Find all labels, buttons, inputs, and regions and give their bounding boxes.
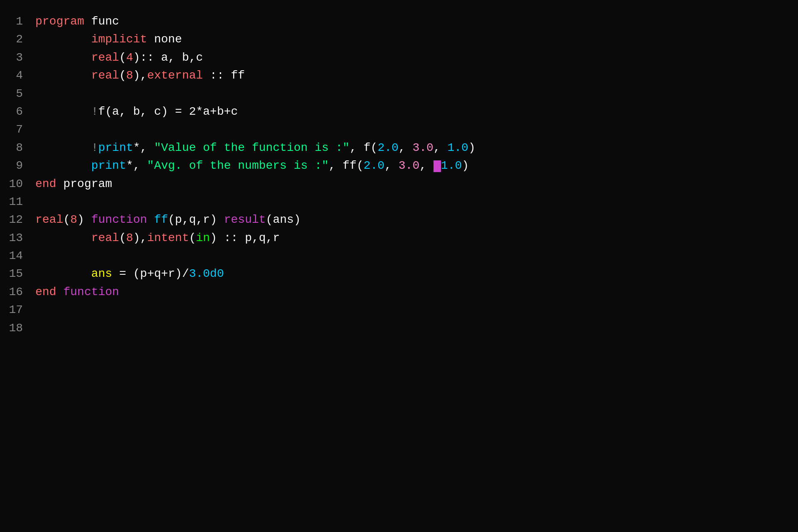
code-line-3: 3 real(4):: a, b,c: [4, 49, 798, 66]
code-line-10: 10 end program: [4, 175, 798, 193]
code-line-2: 2 implicit none: [4, 30, 798, 48]
line-num-15: 15: [4, 265, 23, 283]
line-content-6: !f(a, b, c) = 2*a+b+c: [35, 103, 238, 121]
line-num-17: 17: [4, 301, 23, 319]
line-content-14: [35, 247, 42, 265]
line-num-9: 9: [4, 157, 23, 175]
code-line-9: 9 print*, "Avg. of the numbers is :", ff…: [4, 157, 798, 175]
code-line-6: 6 !f(a, b, c) = 2*a+b+c: [4, 103, 798, 121]
code-line-12: 12 real(8) function ff(p,q,r) result(ans…: [4, 211, 798, 229]
line-content-3: real(4):: a, b,c: [35, 49, 203, 66]
line-num-18: 18: [4, 319, 23, 337]
line-content-1: program func: [35, 12, 119, 30]
line-num-4: 4: [4, 66, 23, 84]
code-line-16: 16 end function: [4, 283, 798, 301]
code-line-7: 7: [4, 121, 798, 138]
code-line-14: 14: [4, 247, 798, 265]
line-num-11: 11: [4, 193, 23, 211]
line-num-5: 5: [4, 85, 23, 103]
line-num-16: 16: [4, 283, 23, 301]
code-line-1: 1 program func: [4, 12, 798, 30]
code-line-5: 5: [4, 85, 798, 103]
code-line-18: 18: [4, 319, 798, 337]
code-editor[interactable]: 1 program func 2 implicit none 3 real(4)…: [4, 8, 798, 337]
line-content-8: !print*, "Value of the function is :", f…: [35, 139, 475, 157]
line-content-16: end function: [35, 283, 119, 301]
line-content-13: real(8),intent(in) :: p,q,r: [35, 229, 280, 247]
line-num-1: 1: [4, 12, 23, 30]
line-num-12: 12: [4, 211, 23, 229]
line-content-5: [35, 85, 42, 103]
cursor: [433, 160, 441, 172]
line-content-10: end program: [35, 175, 112, 193]
code-line-17: 17: [4, 301, 798, 319]
line-num-13: 13: [4, 229, 23, 247]
line-content-15: ans = (p+q+r)/3.0d0: [35, 265, 224, 283]
code-line-15: 15 ans = (p+q+r)/3.0d0: [4, 265, 798, 283]
code-line-4: 4 real(8),external :: ff: [4, 66, 798, 84]
line-num-8: 8: [4, 139, 23, 157]
line-content-18: [35, 319, 42, 337]
line-content-12: real(8) function ff(p,q,r) result(ans): [35, 211, 301, 229]
line-content-2: implicit none: [35, 30, 182, 48]
line-content-11: [35, 193, 42, 211]
line-content-17: [35, 301, 42, 319]
line-num-14: 14: [4, 247, 23, 265]
line-content-9: print*, "Avg. of the numbers is :", ff(2…: [35, 157, 469, 175]
line-num-10: 10: [4, 175, 23, 193]
code-line-11: 11: [4, 193, 798, 211]
line-content-7: [35, 121, 42, 138]
line-num-3: 3: [4, 49, 23, 66]
line-num-7: 7: [4, 121, 23, 138]
code-line-8: 8 !print*, "Value of the function is :",…: [4, 139, 798, 157]
line-num-2: 2: [4, 30, 23, 48]
code-line-13: 13 real(8),intent(in) :: p,q,r: [4, 229, 798, 247]
line-num-6: 6: [4, 103, 23, 121]
line-content-4: real(8),external :: ff: [35, 66, 245, 84]
